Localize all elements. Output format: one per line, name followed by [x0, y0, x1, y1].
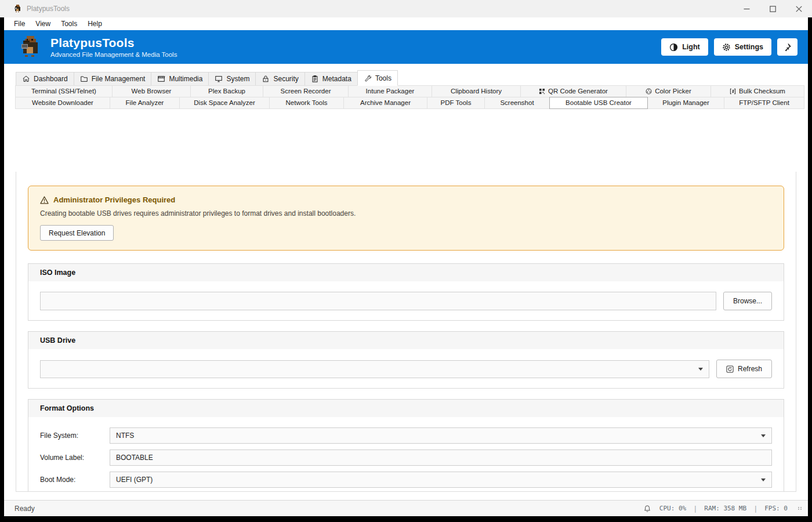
- refresh-icon: [726, 365, 734, 373]
- minimize-icon: [744, 6, 750, 12]
- subtab-label: PDF Tools: [441, 99, 472, 106]
- subtab-label: Bulk Checksum: [739, 88, 785, 95]
- subtab-label: Terminal (SSH/Telnet): [31, 88, 96, 95]
- subtab-clipboard-history[interactable]: Clipboard History: [432, 85, 521, 97]
- subtab-bootable-usb-creator[interactable]: Bootable USB Creator: [549, 97, 648, 109]
- maximize-button[interactable]: [760, 0, 786, 17]
- subtab-bulk-checksum[interactable]: Bulk Checksum: [710, 85, 804, 97]
- tab-file-management[interactable]: File Management: [74, 72, 152, 86]
- pin-button[interactable]: [777, 38, 798, 56]
- subtab-network-tools[interactable]: Network Tools: [269, 97, 344, 109]
- iso-path-input[interactable]: [40, 292, 716, 310]
- status-separator: |: [755, 505, 756, 513]
- iso-image-section: ISO Image Browse...: [28, 263, 784, 321]
- subtab-color-picker[interactable]: Color Picker: [626, 85, 711, 97]
- browse-button[interactable]: Browse...: [723, 292, 772, 310]
- ram-usage: RAM: 358 MB: [704, 505, 746, 512]
- request-elevation-button[interactable]: Request Elevation: [40, 225, 114, 241]
- window-title: PlatypusTools: [27, 5, 70, 13]
- gear-icon: [722, 43, 731, 52]
- browse-label: Browse...: [733, 297, 762, 305]
- clipboard-icon: [311, 75, 319, 83]
- subtab-disk-space-analyzer[interactable]: Disk Space Analyzer: [179, 97, 270, 109]
- subtab-terminal[interactable]: Terminal (SSH/Telnet): [15, 85, 113, 97]
- menu-file[interactable]: File: [9, 19, 30, 29]
- tab-tools[interactable]: Tools: [357, 70, 398, 86]
- color-wheel-icon: [646, 88, 652, 95]
- tab-label: Security: [273, 75, 298, 83]
- tab-label: Tools: [375, 74, 392, 82]
- app-subtitle: Advanced File Management & Media Tools: [50, 51, 177, 58]
- tab-dashboard[interactable]: Dashboard: [16, 72, 74, 86]
- tab-system[interactable]: System: [209, 72, 256, 86]
- subtab-label: FTP/SFTP Client: [739, 99, 789, 106]
- subtab-qr-code-generator[interactable]: QR Code Generator: [520, 85, 626, 97]
- chevron-down-icon: [761, 434, 766, 437]
- app-title: PlatypusTools: [50, 36, 177, 50]
- subtab-plugin-manager[interactable]: Plugin Manager: [647, 97, 724, 109]
- subtab-intune-packager[interactable]: Intune Packager: [348, 85, 432, 97]
- qr-code-icon: [539, 88, 545, 95]
- boot-mode-value: UEFI (GPT): [116, 476, 153, 484]
- lock-icon: [262, 75, 270, 83]
- subtab-website-downloader[interactable]: Website Downloader: [15, 97, 110, 109]
- tab-multimedia[interactable]: Multimedia: [151, 72, 209, 86]
- chevron-down-icon: [761, 478, 766, 481]
- main-content: Dashboard File Management Multimedia Sys…: [4, 64, 808, 500]
- pin-icon: [783, 43, 792, 52]
- tab-metadata[interactable]: Metadata: [305, 72, 358, 86]
- refresh-button[interactable]: Refresh: [716, 360, 772, 378]
- status-separator: |: [694, 505, 696, 513]
- status-bar: Ready CPU: 0% | RAM: 358 MB | FPS: 0: [4, 500, 808, 516]
- theme-toggle-button[interactable]: Light: [661, 38, 708, 56]
- menu-tools[interactable]: Tools: [56, 19, 82, 29]
- menu-help[interactable]: Help: [82, 19, 107, 29]
- usb-drive-select[interactable]: [40, 360, 709, 378]
- platypus-logo-small: [13, 4, 22, 13]
- subtab-label: Plugin Manager: [662, 99, 709, 106]
- subtab-archive-manager[interactable]: Archive Manager: [343, 97, 427, 109]
- subtab-label: Bootable USB Creator: [566, 99, 632, 106]
- minimize-button[interactable]: [734, 0, 760, 17]
- file-system-label: File System:: [40, 432, 110, 440]
- usb-drive-section-title: USB Drive: [28, 332, 784, 349]
- maximize-icon: [770, 6, 776, 12]
- boot-mode-select[interactable]: UEFI (GPT): [110, 472, 772, 488]
- subtab-plex-backup[interactable]: Plex Backup: [190, 85, 263, 97]
- volume-label-input[interactable]: [110, 449, 772, 466]
- window-titlebar: PlatypusTools: [0, 0, 812, 17]
- close-button[interactable]: [786, 0, 812, 17]
- subtab-file-analyzer[interactable]: File Analyzer: [110, 97, 180, 109]
- boot-mode-label: Boot Mode:: [40, 476, 110, 484]
- subtab-label: Web Browser: [132, 88, 172, 95]
- resize-grip[interactable]: [798, 507, 802, 510]
- admin-privileges-warning: Administrator Privileges Required Creati…: [28, 186, 784, 251]
- chevron-down-icon: [698, 368, 703, 371]
- close-icon: [796, 6, 802, 12]
- subtab-label: Network Tools: [285, 99, 327, 106]
- refresh-label: Refresh: [738, 365, 762, 373]
- file-system-value: NTFS: [116, 432, 134, 440]
- subtab-label: Clipboard History: [451, 88, 502, 95]
- tab-security[interactable]: Security: [256, 72, 304, 86]
- subtab-web-browser[interactable]: Web Browser: [112, 85, 191, 97]
- settings-button[interactable]: Settings: [714, 38, 771, 56]
- bell-icon[interactable]: [643, 505, 651, 513]
- subtab-pdf-tools[interactable]: PDF Tools: [427, 97, 485, 109]
- usb-drive-section: USB Drive Refresh: [28, 331, 784, 389]
- tab-label: Multimedia: [169, 75, 202, 83]
- file-system-select[interactable]: NTFS: [110, 427, 772, 444]
- clapperboard-icon: [157, 75, 165, 83]
- subtab-label: Disk Space Analyzer: [194, 99, 255, 106]
- subtab-ftp-sftp-client[interactable]: FTP/SFTP Client: [724, 97, 804, 109]
- tab-label: File Management: [92, 75, 146, 83]
- subtab-screenshot[interactable]: Screenshot: [484, 97, 550, 109]
- window-frame: File View Tools Help PlatypusTools Advan…: [4, 17, 808, 516]
- warning-title: Administrator Privileges Required: [53, 195, 175, 204]
- subtab-label: Screen Recorder: [281, 88, 331, 95]
- warning-message: Creating bootable USB drives requires ad…: [40, 209, 773, 217]
- tab-label: Metadata: [322, 75, 351, 83]
- subtab-label: QR Code Generator: [548, 88, 608, 95]
- subtab-screen-recorder[interactable]: Screen Recorder: [263, 85, 349, 97]
- menu-view[interactable]: View: [30, 19, 56, 29]
